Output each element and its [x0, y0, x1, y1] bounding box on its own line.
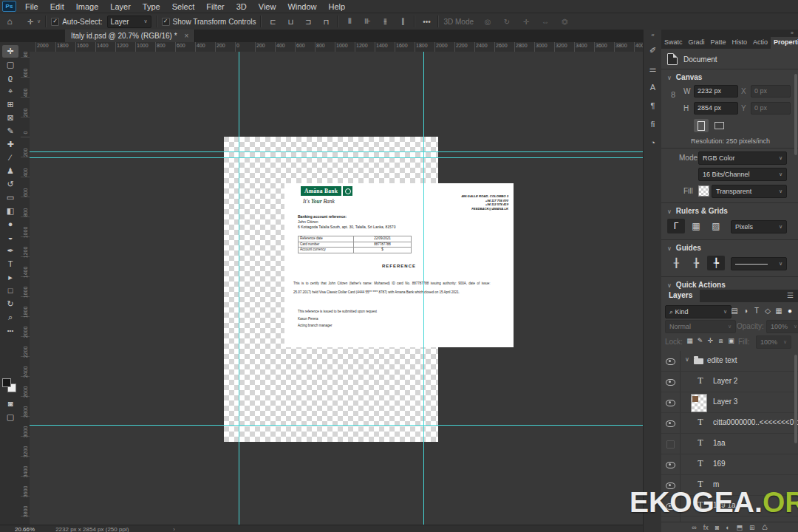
pixel-grid-toggle-icon[interactable]: ▨ [707, 219, 725, 233]
panel-tab-actio[interactable]: Actio [750, 37, 771, 49]
more-options-button[interactable]: ••• [420, 18, 433, 26]
healing-brush-tool[interactable]: ✚ [2, 138, 18, 151]
panel-tab-properties[interactable]: Properties [771, 37, 798, 49]
layer-name[interactable]: 1aa [713, 439, 726, 447]
collapse-panels-icon[interactable]: » [791, 30, 794, 35]
guides-toggle-icon[interactable]: ╂ [667, 256, 685, 270]
panel-tab-gradi[interactable]: Gradi [686, 37, 708, 49]
tab-layers[interactable]: Layers [661, 290, 700, 302]
horizontal-guide[interactable] [30, 151, 643, 152]
visibility-well[interactable] [661, 372, 681, 392]
gradient-tool[interactable]: ◧ [2, 205, 18, 217]
3d-orbit-icon[interactable]: ◎ [481, 18, 494, 26]
canvas-area[interactable]: Amãna Bank It's Your Bank 486 GALLE ROAD… [30, 52, 643, 525]
menu-3d[interactable]: 3D [231, 1, 253, 12]
screen-mode-icon[interactable]: ▢ [2, 411, 18, 423]
visibility-well[interactable] [661, 413, 681, 433]
horizontal-guide[interactable] [30, 425, 643, 426]
layer-name[interactable]: citta0000000..<<<<<<<0 d [713, 418, 798, 426]
auto-select-checkbox[interactable]: ✓ [51, 18, 59, 26]
landscape-orientation-button[interactable] [712, 119, 726, 132]
eye-hidden-icon[interactable] [666, 440, 675, 449]
layer-effects-icon[interactable]: fx [703, 524, 709, 532]
blur-tool[interactable]: ● [2, 218, 18, 231]
menu-help[interactable]: Help [323, 1, 352, 12]
3d-camera-icon[interactable]: ⏣ [558, 18, 571, 26]
ruler-toggle-icon[interactable]: Γ [667, 219, 685, 233]
brush-tool[interactable]: ∕ [2, 151, 18, 164]
distribute-right-icon[interactable]: ⫵ [378, 17, 392, 26]
object-selection-tool[interactable]: ⌖ [2, 85, 18, 98]
adjustment-layer-icon[interactable]: ◐ [726, 524, 729, 532]
filter-toggle-icon[interactable]: ● [785, 305, 795, 316]
layer-name[interactable]: edite text [707, 356, 737, 364]
shape-tool[interactable]: □ [2, 284, 18, 297]
layer-row[interactable]: T1aa [661, 434, 798, 454]
visibility-well[interactable] [661, 351, 681, 371]
align-right-edges-icon[interactable]: ⊐ [301, 18, 315, 26]
menu-view[interactable]: View [253, 1, 282, 12]
dodge-tool[interactable]: ◒ [2, 231, 18, 244]
panel-tab-patte[interactable]: Patte [708, 37, 729, 49]
horizontal-guide[interactable] [30, 157, 643, 158]
guide-style-dropdown[interactable]: ∨ [731, 257, 787, 270]
clear-guides-icon[interactable]: ╄ [707, 256, 725, 270]
distribute-left-icon[interactable]: ⫴ [343, 17, 356, 26]
menu-edit[interactable]: Edit [44, 1, 70, 12]
menu-window[interactable]: Window [282, 1, 322, 12]
lock-pixels-icon[interactable]: ✎ [695, 337, 705, 344]
lock-guides-icon[interactable]: ╊ [687, 256, 705, 270]
clone-stamp-tool[interactable]: ♟ [2, 165, 18, 177]
close-icon[interactable]: × [185, 32, 189, 40]
menu-layer[interactable]: Layer [104, 1, 137, 12]
tool-preset-caret-icon[interactable]: ∨ [37, 18, 41, 24]
filter-type-layers-icon[interactable]: T [751, 305, 762, 316]
eye-icon[interactable] [666, 462, 675, 468]
align-horizontal-centers-icon[interactable]: ⊔ [284, 18, 297, 26]
eye-icon[interactable] [666, 379, 675, 386]
menu-file[interactable]: File [19, 1, 44, 12]
group-layers-icon[interactable]: ⬒ [737, 524, 743, 532]
lock-transparent-icon[interactable]: ▦ [685, 337, 695, 344]
layers-panel-menu-icon[interactable]: ☰ [782, 290, 798, 302]
eye-icon[interactable] [666, 400, 675, 406]
menu-type[interactable]: Type [137, 1, 166, 12]
document-letter[interactable]: Amãna Bank It's Your Bank 486 GALLE ROAD… [284, 183, 514, 347]
auto-select-dropdown[interactable]: Layer∨ [107, 16, 151, 28]
width-field[interactable]: 2232 px [694, 85, 738, 98]
canvas-section-title[interactable]: ∨Canvas [667, 73, 702, 81]
filter-pixel-layers-icon[interactable]: ▤ [729, 305, 740, 316]
layer-row[interactable]: Layer 3 [661, 392, 798, 413]
tool-options-icon[interactable]: ⚌ [647, 62, 660, 75]
history-brush-tool[interactable]: ↺ [2, 178, 18, 191]
home-icon[interactable]: ⌂ [3, 16, 16, 27]
expand-panels-icon[interactable]: « [644, 32, 662, 38]
fill-dropdown[interactable]: Transparent∨ [712, 185, 787, 198]
layer-name[interactable]: 169 [713, 460, 726, 468]
ruler-units-dropdown[interactable]: Pixels∨ [731, 220, 787, 233]
visibility-well[interactable] [661, 434, 681, 454]
status-chevron-icon[interactable]: › [173, 526, 175, 532]
clone-source-icon[interactable]: ◔ [647, 136, 660, 149]
vertical-guide[interactable] [239, 52, 239, 525]
portrait-orientation-button[interactable] [694, 119, 709, 132]
properties-scrollbar[interactable] [794, 74, 797, 155]
fill-swatch[interactable] [698, 185, 709, 197]
rotate-view-tool[interactable]: ↻ [2, 298, 18, 310]
grid-toggle-icon[interactable]: ▦ [687, 219, 705, 233]
eyedropper-tool[interactable]: ✎ [2, 125, 18, 137]
filter-adjustment-layers-icon[interactable]: ◑ [740, 305, 751, 316]
lock-all-icon[interactable]: ▣ [726, 337, 736, 344]
character-panel-icon[interactable]: A [647, 81, 660, 94]
3d-pan-icon[interactable]: ✛ [519, 18, 533, 26]
layer-row[interactable]: Tcitta0000000..<<<<<<<0 d [661, 413, 798, 434]
chevron-down-icon[interactable]: ∨ [685, 356, 689, 363]
align-vertical-centers-icon[interactable]: ⊓ [319, 18, 332, 26]
link-layers-icon[interactable]: ∞ [692, 524, 696, 532]
menu-select[interactable]: Select [166, 1, 201, 12]
distribute-spacing-icon[interactable]: ∥ [396, 17, 409, 26]
layers-scrollbar[interactable] [794, 355, 797, 443]
panel-tab-swatc[interactable]: Swatc [661, 37, 686, 49]
panel-tab-histo[interactable]: Histo [729, 37, 751, 49]
quick-actions-section-title[interactable]: ∨Quick Actions [667, 281, 726, 289]
